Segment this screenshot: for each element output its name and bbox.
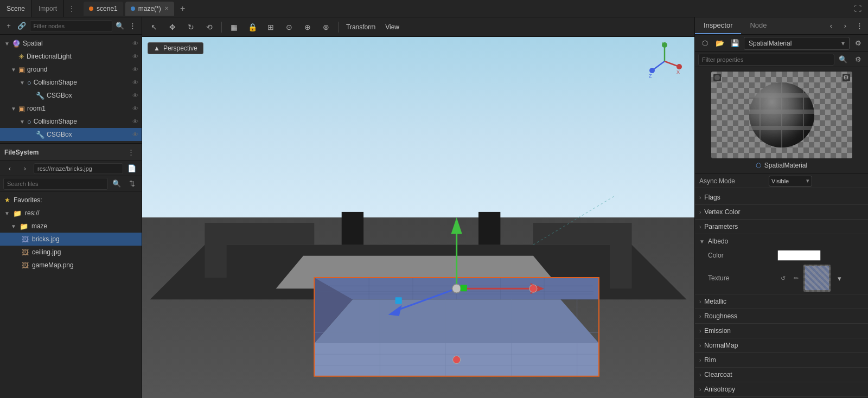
color-label: Color	[708, 252, 773, 259]
texture-dropdown-button[interactable]: ▾	[833, 272, 846, 285]
metallic-label: Metallic	[704, 298, 726, 305]
gamemap-label: gameMap.png	[32, 261, 74, 269]
svg-rect-46	[461, 285, 467, 291]
scale-tool-button[interactable]: ⟲	[202, 20, 217, 35]
filter-properties-input[interactable]	[698, 54, 834, 66]
preview-sphere-container: ⚙	[711, 72, 852, 158]
tree-eye-ground[interactable]: 👁	[132, 66, 138, 73]
prop-group-normalmap-header[interactable]: › NormalMap	[695, 338, 868, 352]
fs-item-bricks[interactable]: 🖼 bricks.jpg	[0, 233, 142, 246]
inspector-settings-button[interactable]: ⚙	[852, 37, 865, 50]
texture-value: ↺ ✏ ▾	[777, 265, 864, 292]
search-nodes-button[interactable]: 🔍	[114, 20, 125, 33]
tab-scene[interactable]: Scene	[0, 0, 32, 17]
editor-tab-scene1[interactable]: scene1	[84, 2, 123, 16]
inspector-forward-button[interactable]: ›	[839, 20, 852, 33]
prop-group-anisotropy-header[interactable]: › Anisotropy	[695, 382, 868, 396]
normalmap-arrow: ›	[699, 343, 701, 349]
filter-properties-settings-icon[interactable]: ⚙	[852, 53, 865, 66]
select-tool-button[interactable]: ↖	[146, 20, 162, 35]
tree-item-csgbox2[interactable]: 🔧 CSGBox 👁	[0, 128, 142, 141]
favorites-section[interactable]: ★ Favorites:	[0, 194, 142, 207]
texture-edit-button[interactable]: ✏	[790, 273, 801, 284]
preview-corner-right[interactable]: ⚙	[843, 74, 850, 81]
tab-import[interactable]: Import	[32, 0, 64, 17]
fs-item-gamemap[interactable]: 🖼 gameMap.png	[0, 259, 142, 272]
prop-group-metallic-header[interactable]: › Metallic	[695, 294, 868, 309]
prop-group-albedo-header[interactable]: ▼ Albedo	[695, 234, 868, 248]
tree-item-spatial[interactable]: ▼ 🔮 Spatial 👁	[0, 37, 142, 50]
tab-dot-orange	[89, 7, 93, 11]
prop-group-roughness-header[interactable]: › Roughness	[695, 309, 868, 323]
tree-item-collisionshape2[interactable]: ▼ ○ CollisionShape 👁	[0, 115, 142, 128]
tree-eye-csgbox1[interactable]: 👁	[132, 92, 138, 99]
filesystem-options-button[interactable]: ⋮	[124, 146, 137, 159]
save-material-button[interactable]: 💾	[729, 37, 742, 50]
inspector-options-button[interactable]: ⋮	[853, 20, 866, 33]
prop-group-rim-header[interactable]: › Rim	[695, 353, 868, 367]
local-tool-button[interactable]: ⊙	[282, 20, 297, 35]
inspector-back-button[interactable]: ‹	[825, 20, 838, 33]
filesystem-path-icon[interactable]: 📄	[125, 162, 138, 175]
prop-group-vertex-color-header[interactable]: › Vertex Color	[695, 205, 868, 219]
prop-group-parameters-header[interactable]: › Parameters	[695, 220, 868, 234]
async-mode-select[interactable]: Visible ▾	[769, 176, 812, 187]
material-selector[interactable]: SpatialMaterial ▾	[744, 37, 850, 50]
move-tool-button[interactable]: ✥	[165, 20, 180, 35]
ground-icon: ▣	[18, 66, 25, 74]
grid-tool-button[interactable]: ▦	[226, 20, 241, 35]
tree-item-ground[interactable]: ▼ ▣ ground 👁	[0, 63, 142, 76]
tab-node[interactable]: Node	[741, 17, 775, 34]
svg-point-48	[453, 356, 461, 363]
filesystem-header: FileSystem ⋮	[0, 144, 142, 161]
sort-files-button[interactable]: ⇅	[125, 177, 138, 190]
viewport-canvas[interactable]: ▲ Perspective Z X Y	[142, 37, 694, 398]
albedo-arrow: ▼	[699, 239, 705, 245]
color-swatch[interactable]	[777, 250, 821, 261]
nav-forward-button[interactable]: ›	[18, 162, 31, 175]
svg-marker-39	[451, 217, 462, 234]
tree-eye-spatial[interactable]: 👁	[132, 40, 138, 47]
prop-group-flags-header[interactable]: › Flags	[695, 190, 868, 204]
close-tab-button[interactable]: ✕	[164, 5, 169, 11]
lock-tool-button[interactable]: 🔒	[245, 20, 260, 35]
color-value[interactable]	[777, 250, 864, 261]
add-tab-button[interactable]: +	[176, 2, 189, 15]
filter-properties-search-icon[interactable]: 🔍	[837, 53, 850, 66]
search-files-input[interactable]	[3, 178, 108, 190]
normalmap-label: NormalMap	[704, 342, 738, 349]
filter-nodes-input[interactable]	[30, 20, 112, 32]
rotate-tool-button[interactable]: ↻	[183, 20, 199, 35]
snap-tool-button[interactable]: ⊞	[263, 20, 278, 35]
nav-back-button[interactable]: ‹	[3, 162, 16, 175]
tree-eye-directionallight[interactable]: 👁	[132, 53, 138, 60]
tree-eye-cs1[interactable]: 👁	[132, 79, 138, 86]
fs-item-ceiling[interactable]: 🖼 ceiling.jpg	[0, 246, 142, 259]
tree-eye-csgbox2[interactable]: 👁	[132, 131, 138, 138]
pivot-tool-button[interactable]: ⊕	[300, 20, 315, 35]
add-node-button[interactable]: +	[3, 20, 14, 33]
tab-more-dots[interactable]: ⋮	[64, 5, 79, 12]
tab-inspector[interactable]: Inspector	[695, 17, 741, 34]
expand-button[interactable]: ⛶	[847, 4, 868, 13]
fs-res-root[interactable]: ▼ 📁 res://	[0, 207, 142, 220]
prop-group-clearcoat-header[interactable]: › Clearcoat	[695, 368, 868, 382]
tree-item-collisionshape1[interactable]: ▼ ○ CollisionShape 👁	[0, 76, 142, 89]
search-files-button[interactable]: 🔍	[110, 177, 123, 190]
tree-item-directionallight[interactable]: ✳ DirectionalLight 👁	[0, 50, 142, 63]
editor-tab-maze[interactable]: maze(*) ✕	[125, 2, 174, 16]
tree-item-room1[interactable]: ▼ ▣ room1 👁	[0, 102, 142, 115]
toolbar-separator-2	[338, 22, 339, 33]
texture-thumbnail[interactable]	[803, 265, 831, 292]
texture-reset-button[interactable]: ↺	[777, 273, 788, 284]
tree-item-csgbox1[interactable]: 🔧 CSGBox 👁	[0, 89, 142, 102]
scene-options-button[interactable]: ⋮	[127, 20, 138, 33]
tree-eye-room1[interactable]: 👁	[132, 105, 138, 112]
open-material-button[interactable]: 📂	[713, 37, 726, 50]
prop-group-emission-header[interactable]: › Emission	[695, 324, 868, 338]
toolbar-separator-1	[221, 22, 222, 33]
tree-eye-cs2[interactable]: 👁	[132, 118, 138, 125]
fs-maze-folder[interactable]: ▼ 📁 maze	[0, 220, 142, 233]
camera-tool-button[interactable]: ⊗	[318, 20, 334, 35]
link-button[interactable]: 🔗	[16, 20, 27, 33]
